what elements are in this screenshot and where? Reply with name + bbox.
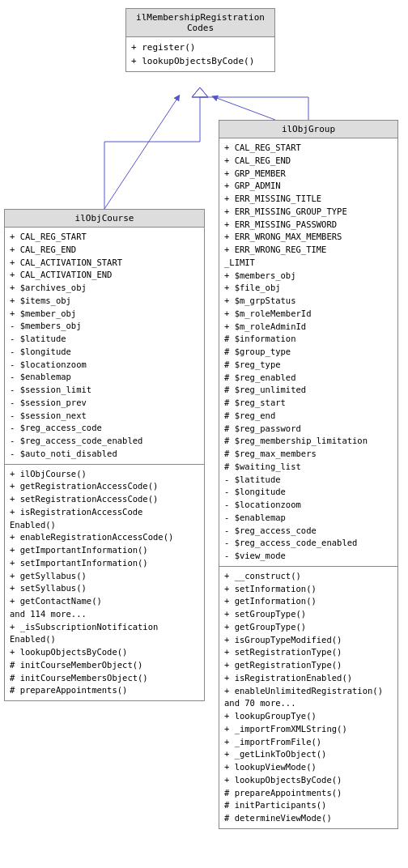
diagram-container: ilMembershipRegistration Codes + registe… <box>0 0 408 868</box>
ilobjcourse-methods: + ilObjCourse() + getRegistrationAccessC… <box>5 465 204 701</box>
svg-line-0 <box>104 97 178 209</box>
ilobjcourse-box: ilObjCourse + CAL_REG_START + CAL_REG_EN… <box>4 209 205 701</box>
svg-marker-2 <box>192 87 208 97</box>
membership-registration-title: ilMembershipRegistration Codes <box>126 9 274 37</box>
ilobjgroup-title: ilObjGroup <box>219 121 397 138</box>
ilobjgroup-fields: + CAL_REG_START + CAL_REG_END + GRP_MEMB… <box>219 138 397 566</box>
ilobjgroup-methods: + __construct() + setInformation() + get… <box>219 567 397 828</box>
ilobjcourse-title: ilObjCourse <box>5 210 204 228</box>
svg-line-1 <box>215 97 275 120</box>
membership-registration-codes-box: ilMembershipRegistration Codes + registe… <box>125 8 275 72</box>
ilobjgroup-box: ilObjGroup + CAL_REG_START + CAL_REG_END… <box>219 120 398 829</box>
ilobjcourse-fields: + CAL_REG_START + CAL_REG_END + CAL_ACTI… <box>5 228 204 464</box>
svg-marker-3 <box>192 87 208 97</box>
membership-registration-methods: + register() + lookupObjectsByCode() <box>126 37 274 71</box>
